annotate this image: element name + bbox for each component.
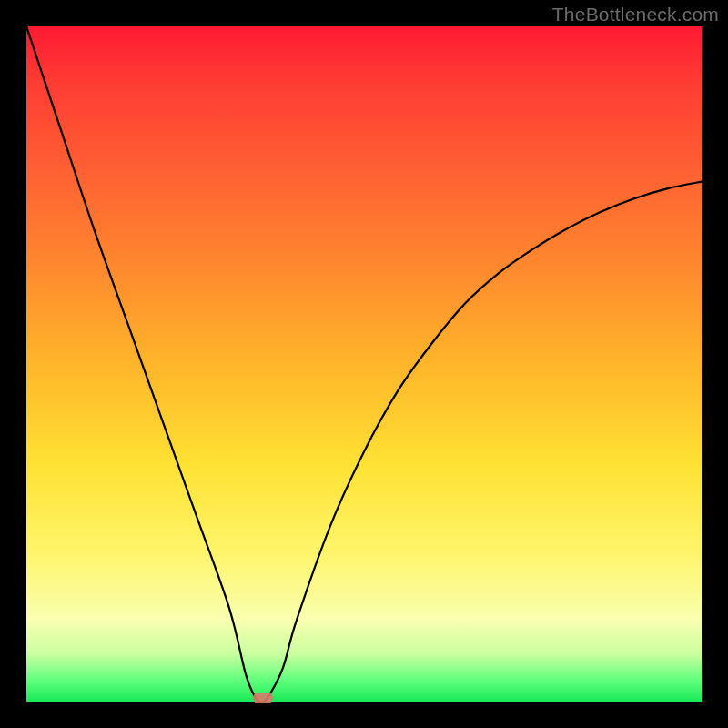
bottleneck-curve bbox=[26, 26, 702, 702]
plot-area bbox=[26, 26, 702, 702]
watermark-text: TheBottleneck.com bbox=[552, 4, 719, 25]
minimum-marker bbox=[253, 693, 273, 703]
chart-frame: TheBottleneck.com bbox=[0, 0, 728, 728]
